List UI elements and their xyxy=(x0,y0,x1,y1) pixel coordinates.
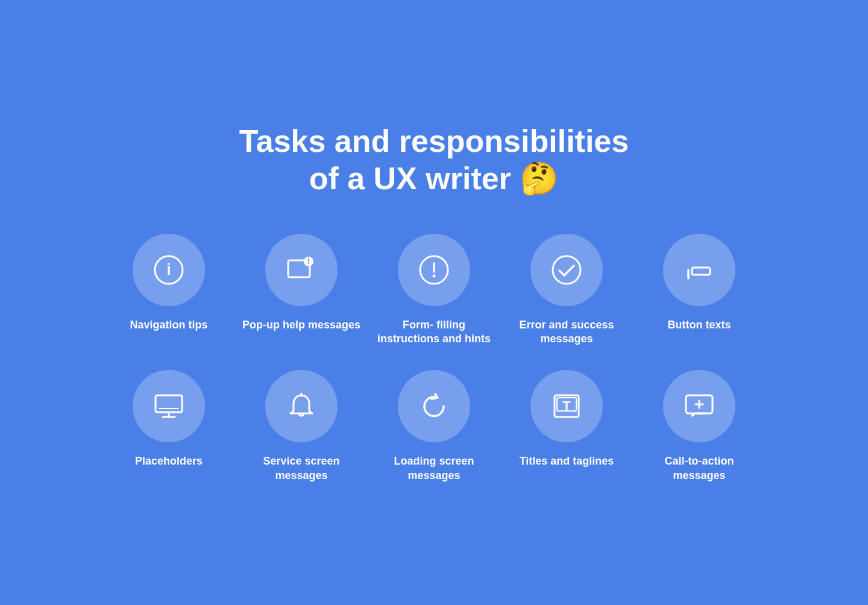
card-button-texts: Button texts xyxy=(639,234,760,346)
icon-circle-loading-screen xyxy=(398,370,470,442)
svg-point-8 xyxy=(553,256,580,284)
cards-grid: i Navigation tips ! Pop-up help messages… xyxy=(108,234,760,483)
card-label-navigation-tips: Navigation tips xyxy=(130,318,207,332)
icon-circle-titles-taglines: T xyxy=(530,370,603,442)
card-label-titles-taglines: Titles and taglines xyxy=(520,454,614,468)
icon-circle-form-filling xyxy=(398,234,470,306)
card-label-error-success: Error and success messages xyxy=(506,318,627,346)
card-label-popup-help: Pop-up help messages xyxy=(242,318,360,332)
card-titles-taglines: T Titles and taglines xyxy=(506,370,627,483)
card-popup-help: ! Pop-up help messages xyxy=(241,234,362,346)
card-placeholders: Placeholders xyxy=(108,370,229,483)
card-call-to-action: Call-to-action messages xyxy=(639,370,760,483)
card-label-form-filling: Form- filling instructions and hints xyxy=(374,318,494,346)
svg-text:i: i xyxy=(166,260,171,278)
card-label-placeholders: Placeholders xyxy=(135,454,203,468)
page-wrapper: Tasks and responsibilities of a UX write… xyxy=(0,98,868,507)
card-navigation-tips: i Navigation tips xyxy=(108,234,229,346)
icon-circle-button-texts xyxy=(663,234,735,306)
page-title: Tasks and responsibilities of a UX write… xyxy=(239,122,629,198)
svg-point-7 xyxy=(433,274,436,277)
card-error-success: Error and success messages xyxy=(506,234,627,346)
svg-text:!: ! xyxy=(307,257,310,266)
card-label-service-screen: Service screen messages xyxy=(241,454,362,483)
card-label-loading-screen: Loading screen messages xyxy=(374,454,494,483)
card-form-filling: Form- filling instructions and hints xyxy=(374,234,494,346)
card-label-call-to-action: Call-to-action messages xyxy=(639,454,760,483)
icon-circle-service-screen xyxy=(265,370,338,442)
icon-circle-navigation-tips: i xyxy=(133,234,205,306)
icon-circle-call-to-action xyxy=(663,370,735,442)
icon-circle-error-success xyxy=(530,234,603,306)
icon-circle-placeholders xyxy=(133,370,205,442)
svg-rect-10 xyxy=(692,268,710,275)
icon-circle-popup-help: ! xyxy=(265,234,338,306)
card-service-screen: Service screen messages xyxy=(241,370,362,483)
svg-rect-11 xyxy=(156,395,182,412)
card-loading-screen: Loading screen messages xyxy=(374,370,494,483)
card-label-button-texts: Button texts xyxy=(668,318,731,332)
